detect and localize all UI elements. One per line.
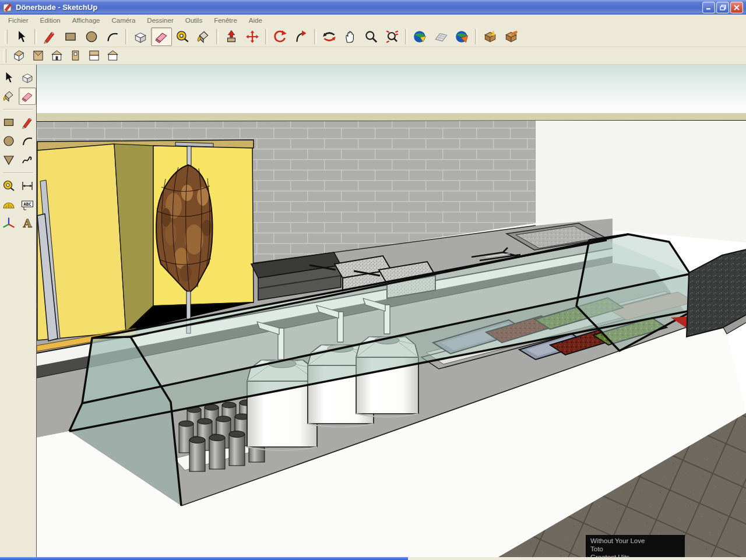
main-toolbar [0, 26, 746, 47]
rotate-icon [273, 29, 288, 44]
eraser-icon [154, 29, 169, 44]
line-icon [20, 115, 34, 129]
restore-button[interactable] [716, 2, 729, 13]
view-iso-icon [13, 49, 26, 62]
push-pull-icon [224, 29, 239, 44]
toolbar-button-move[interactable] [242, 27, 263, 46]
toolbar-button-share-model[interactable] [501, 27, 522, 46]
title-bar[interactable]: Dönerbude - SketchUp [0, 0, 746, 15]
toolbar-separator [314, 29, 316, 44]
3d-viewport[interactable] [36, 65, 746, 557]
menu-item-aide[interactable]: Aide [243, 16, 268, 25]
palette-button-freehand[interactable] [19, 151, 36, 168]
palette-button-circle[interactable] [0, 132, 17, 150]
menu-item-fenetre[interactable]: Fenêtre [208, 16, 243, 25]
toolbar-button-pan[interactable] [340, 27, 361, 46]
toolbar-button-view-top[interactable] [29, 48, 47, 64]
toolbar-button-view-left[interactable] [103, 48, 122, 64]
toolbar-button-view-front[interactable] [47, 48, 66, 64]
close-button[interactable] [730, 2, 743, 13]
make-component-icon [133, 29, 148, 44]
toolbar-separator [216, 29, 219, 44]
palette-button-polygon[interactable] [0, 151, 17, 168]
toolbar-button-view-iso[interactable] [10, 48, 29, 64]
toolbar-separator [475, 29, 477, 44]
toolbar-button-select[interactable] [11, 27, 32, 46]
palette-button-axes[interactable] [0, 214, 17, 232]
dimension-icon [20, 179, 34, 193]
minimize-button[interactable] [702, 2, 715, 13]
menu-item-edition[interactable]: Édition [34, 16, 66, 25]
palette-button-arc[interactable] [19, 132, 36, 150]
toolbar-button-toggle-terrain[interactable] [431, 27, 452, 46]
rectangle-icon [2, 115, 16, 129]
palette-button-protractor[interactable] [0, 196, 17, 213]
toolbar-button-view-back[interactable] [85, 48, 103, 64]
window-bottom-border [0, 557, 746, 560]
palette-button-line[interactable] [19, 114, 36, 131]
palette-button-text[interactable]: ABC [19, 196, 36, 213]
toolbar-button-get-current-view[interactable] [410, 27, 431, 46]
toolbar-button-push-pull[interactable] [221, 27, 242, 46]
axes-icon [2, 216, 16, 230]
toolbar-button-rotate[interactable] [270, 27, 291, 46]
circle-icon [2, 134, 16, 148]
toolbar-button-zoom[interactable] [361, 27, 382, 46]
toolbar-button-view-right[interactable] [66, 48, 85, 64]
freehand-icon [20, 153, 34, 167]
toolbar-button-rectangle[interactable] [60, 27, 81, 46]
toggle-terrain-icon [434, 29, 449, 44]
toolbar-button-orbit[interactable] [319, 27, 340, 46]
line-icon [42, 29, 57, 44]
media-overlay: Without Your Love Toto Greatest Hits [586, 535, 685, 560]
toolbar-button-get-models[interactable] [480, 27, 501, 46]
toolbar-button-zoom-extents[interactable] [382, 27, 403, 46]
toolbar-button-tape-measure[interactable] [172, 27, 193, 46]
view-right-icon [69, 49, 82, 62]
orbit-icon [322, 29, 337, 44]
palette-button-3d-text[interactable]: A [19, 214, 36, 232]
menu-item-affichage[interactable]: Affichage [66, 16, 106, 25]
menu-item-dessiner[interactable]: Dessiner [141, 16, 179, 25]
menu-item-camera[interactable]: Caméra [105, 16, 141, 25]
palette-button-dimension[interactable] [19, 177, 36, 195]
toolbar-separator [265, 29, 268, 44]
palette-button-eraser[interactable] [19, 87, 36, 105]
3d-text-icon: A [20, 216, 34, 230]
palette-button-tape-measure[interactable] [0, 177, 17, 195]
toolbar-button-make-component[interactable] [130, 27, 151, 46]
window-title: Dönerbude - SketchUp [16, 3, 702, 12]
palette-divider [3, 109, 33, 110]
toolbar-grip[interactable] [3, 49, 6, 63]
move-icon [245, 29, 260, 44]
toolbar-button-paint-bucket[interactable] [193, 27, 214, 46]
views-toolbar [0, 47, 746, 65]
eraser-icon [20, 89, 34, 103]
toolbar-button-eraser[interactable] [151, 27, 172, 46]
make-component-icon [20, 71, 34, 84]
rectangle-icon [63, 29, 78, 44]
palette-button-select[interactable] [0, 69, 17, 86]
protractor-icon [2, 198, 16, 212]
zoom-icon [364, 29, 379, 44]
toolbar-button-follow-me[interactable] [291, 27, 312, 46]
toolbar-button-circle[interactable] [81, 27, 102, 46]
toolbar-button-line[interactable] [39, 27, 60, 46]
tape-measure-icon [175, 29, 190, 44]
select-icon [2, 71, 16, 84]
menu-bar: FichierÉditionAffichageCaméraDessinerOut… [0, 15, 746, 26]
view-front-icon [50, 49, 64, 62]
place-model-icon [455, 29, 470, 44]
menu-item-fichier[interactable]: Fichier [2, 16, 34, 25]
toolbar-button-arc[interactable] [102, 27, 123, 46]
palette-button-make-component[interactable] [19, 69, 36, 86]
polygon-icon [2, 153, 16, 167]
svg-text:A: A [23, 217, 32, 230]
toolbar-grip[interactable] [5, 30, 8, 44]
paint-bucket-icon [2, 89, 16, 103]
palette-button-rectangle[interactable] [0, 114, 17, 131]
palette-button-paint-bucket[interactable] [0, 87, 17, 105]
tape-measure-icon [2, 179, 16, 193]
menu-item-outils[interactable]: Outils [180, 16, 208, 25]
toolbar-button-place-model[interactable] [452, 27, 473, 46]
